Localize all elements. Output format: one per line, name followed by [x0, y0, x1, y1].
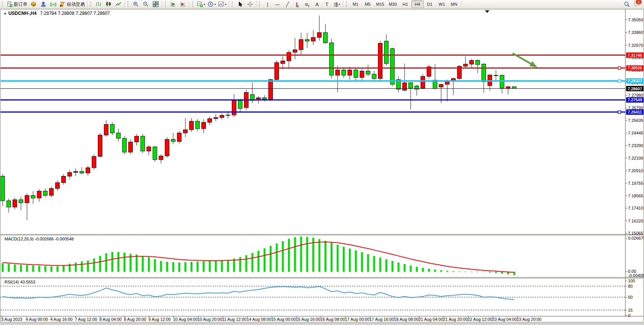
candle [378, 43, 383, 79]
date-tick-label: 18 Aug 08:00 [394, 317, 419, 322]
candlestick-button[interactable] [104, 0, 113, 8]
template-button[interactable]: ▾ [217, 0, 228, 8]
template-button-dropdown-icon[interactable]: ▾ [225, 3, 226, 6]
equidistant-channel-button[interactable]: ∥E [292, 0, 302, 8]
chart-shift-button[interactable] [178, 0, 188, 8]
text-button[interactable]: A [312, 0, 322, 8]
vertical-line-button[interactable]: | [263, 0, 273, 8]
zoom-out-button[interactable] [141, 0, 151, 8]
tf-w1-button[interactable]: W1 [436, 0, 448, 8]
rsi-tick-label: 15 [628, 308, 633, 312]
macd-histogram-bar [45, 266, 46, 272]
candle [190, 121, 194, 130]
toolbar-grip [90, 1, 92, 7]
fibonacci-button[interactable]: ≡F [302, 0, 312, 8]
date-tick-label: 17 Aug 16:00 [370, 317, 394, 322]
template-icon [218, 1, 224, 7]
tf-h4-button[interactable]: H4 [411, 0, 424, 8]
macd-histogram-bar [179, 263, 180, 272]
toolbar-right-group: 1 [622, 0, 642, 8]
chat-button[interactable]: 1 [632, 0, 642, 8]
trendline-button[interactable]: ╱ [282, 0, 292, 8]
candle [62, 176, 66, 183]
horizontal-line-button[interactable]: — [273, 0, 282, 8]
candle [299, 40, 303, 50]
candle [80, 171, 84, 173]
macd-histogram-bar [197, 261, 199, 272]
collapse-triangle-icon[interactable]: ▼ [3, 12, 7, 16]
hline-marker[interactable] [618, 80, 621, 82]
candle [135, 136, 139, 142]
macd-histogram-bar [398, 263, 400, 272]
macd-histogram-bar [465, 272, 467, 272]
signals-button[interactable] [48, 0, 58, 8]
macd-histogram-bar [459, 271, 461, 272]
hline-marker[interactable] [618, 111, 621, 114]
date-tick-label: 7 Aug 12:00 [75, 317, 97, 322]
notification-badge: 1 [635, 0, 642, 5]
person-icon [40, 1, 46, 7]
new-chart-button[interactable]: ▾ [196, 0, 206, 8]
tf-h1-button[interactable]: H1 [399, 0, 411, 8]
new-chart-button-dropdown-icon[interactable]: ▾ [204, 3, 205, 6]
date-axis[interactable]: 3 Aug 20234 Aug 00:004 Aug 16:007 Aug 12… [1, 316, 541, 322]
macd-histogram-bar [446, 271, 448, 272]
tf-d1-button[interactable]: D1 [424, 0, 436, 8]
date-tick-label: 3 Aug 2023 [1, 317, 22, 322]
price-tick-label: 7.25635 [628, 118, 643, 123]
period-selector-button[interactable]: ▾ [206, 0, 217, 8]
tile-windows-button[interactable] [151, 0, 161, 8]
community-button[interactable] [38, 0, 48, 8]
auto-scroll-button[interactable] [168, 0, 178, 8]
arrows-button-dropdown-icon[interactable]: ▾ [338, 3, 340, 6]
crosshair-button[interactable] [245, 0, 255, 8]
text-label-button[interactable]: T [322, 0, 332, 8]
tf-m1-button[interactable]: M1 [349, 0, 362, 8]
date-tick-label: 23 Aug 04:00 [492, 317, 517, 322]
hline-marker[interactable] [618, 67, 621, 69]
auto-trading-button[interactable]: 自动交易 [58, 0, 86, 8]
candle [470, 61, 474, 64]
arrows-button[interactable]: ⇶▾ [332, 0, 342, 8]
date-tick-label: 21 Aug 20:00 [443, 317, 468, 322]
candle [317, 33, 322, 38]
tf-m5-button[interactable]: M5 [362, 0, 374, 8]
toolbar-separator [87, 1, 88, 8]
candle [43, 191, 48, 195]
date-tick-label: 21 Aug 04:00 [419, 317, 443, 322]
macd-histogram-bar [392, 261, 394, 272]
trendline-button-glyph: ╱ [286, 2, 289, 7]
candle [482, 64, 486, 82]
candle [348, 70, 352, 75]
price-tag-label: 7.29327 [628, 78, 642, 83]
chart-symbol-period: USDCNH-,H4 [8, 11, 37, 16]
date-tick-label: 11 Aug 12:00 [222, 317, 247, 322]
tf-m30-button[interactable]: M30 [386, 0, 399, 8]
toolbar-grip [259, 1, 261, 7]
toolbar-separator [124, 1, 125, 8]
new-order-button[interactable]: 新订单 [5, 0, 29, 8]
period-selector-button-dropdown-icon[interactable]: ▾ [214, 3, 216, 6]
macd-histogram-bar [495, 272, 497, 273]
macd-histogram-bar [367, 254, 369, 272]
macd-tick-label: -0.004084 [628, 273, 644, 278]
horizontal-scrollbar[interactable] [0, 323, 644, 325]
chart-canvas[interactable]: 7.350507.338607.326707.315157.303257.291… [0, 9, 644, 325]
search-button[interactable] [622, 0, 632, 8]
candle [275, 62, 279, 80]
zoom-in-button[interactable] [131, 0, 141, 8]
candle [360, 71, 364, 78]
cursor-button[interactable] [235, 0, 245, 8]
candle [1, 176, 5, 201]
tf-m15-button[interactable]: M15 [374, 0, 386, 8]
bar-chart-button[interactable] [94, 0, 104, 8]
styles-button[interactable] [29, 0, 38, 8]
candle [86, 168, 90, 173]
candle [110, 125, 115, 133]
tf-mn-button[interactable]: MN [448, 0, 460, 8]
candle [421, 77, 425, 88]
candle [123, 138, 127, 152]
candle [37, 191, 41, 198]
price-tick-label: 7.24445 [628, 131, 643, 135]
line-chart-button[interactable] [113, 0, 123, 8]
